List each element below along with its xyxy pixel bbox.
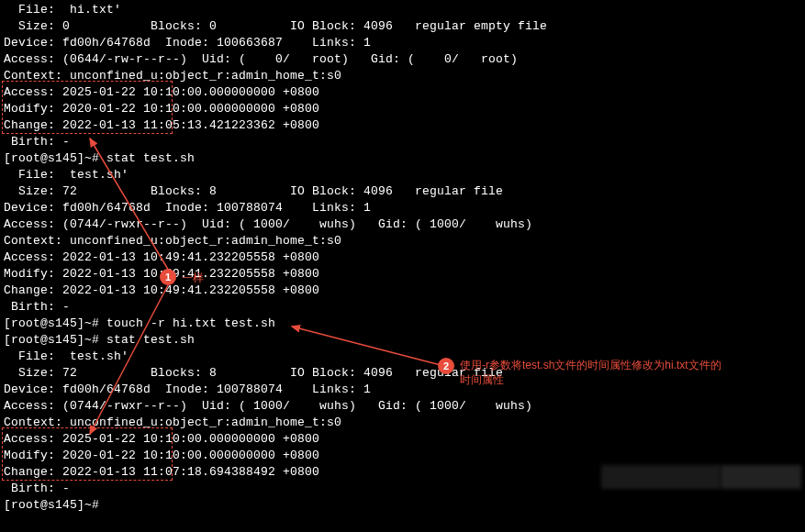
- line-30: [root@s145]~#: [4, 497, 801, 514]
- line-25: Context: unconfined_u:object_r:admin_hom…: [4, 415, 801, 431]
- line-0: File: hi.txt': [4, 2, 801, 18]
- line-19: [root@s145]~# touch -r hi.txt test.sh: [4, 316, 801, 332]
- terminal-output: File: hi.txt' Size: 0 Blocks: 0 IO Block…: [4, 2, 801, 514]
- line-8: Birth: -: [4, 134, 801, 150]
- line-20: [root@s145]~# stat test.sh: [4, 332, 801, 349]
- line-7: Change: 2022-01-13 11:05:13.421223362 +0…: [4, 117, 801, 134]
- line-9: [root@s145]~# stat test.sh: [4, 150, 801, 167]
- line-5: Access: 2025-01-22 10:10:00.000000000 +0…: [4, 84, 801, 101]
- line-16: Modify: 2022-01-13 10:49:41.232205558 +0…: [4, 266, 801, 283]
- line-27: Modify: 2020-01-22 10:10:00.000000000 +0…: [4, 448, 801, 464]
- line-1: Size: 0 Blocks: 0 IO Block: 4096 regular…: [4, 18, 801, 35]
- line-17: Change: 2022-01-13 10:49:41.232205558 +0…: [4, 283, 801, 299]
- line-24: Access: (0744/-rwxr--r--) Uid: ( 1000/ w…: [4, 398, 801, 415]
- line-26: Access: 2025-01-22 10:10:00.000000000 +0…: [4, 431, 801, 448]
- annotation-number-2: 2: [443, 358, 449, 374]
- blur-region-1: [601, 465, 721, 489]
- annotation-marker-1: 1: [160, 269, 176, 285]
- line-3: Access: (0644/-rw-r--r--) Uid: ( 0/ root…: [4, 51, 801, 68]
- line-15: Access: 2022-01-13 10:49:41.232205558 +0…: [4, 249, 801, 266]
- line-14: Context: unconfined_u:object_r:admin_hom…: [4, 233, 801, 249]
- line-12: Device: fd00h/64768d Inode: 100788074 Li…: [4, 200, 801, 216]
- line-10: File: test.sh': [4, 167, 801, 183]
- line-18: Birth: -: [4, 299, 801, 316]
- line-11: Size: 72 Blocks: 8 IO Block: 4096 regula…: [4, 183, 801, 200]
- line-4: Context: unconfined_u:object_r:admin_hom…: [4, 68, 801, 84]
- annotation-label-2: 使用-r参数将test.sh文件的时间属性修改为hi.txt文件的 时间属性: [460, 358, 721, 387]
- line-2: Device: fd00h/64768d Inode: 100663687 Li…: [4, 35, 801, 51]
- annotation-marker-2: 2: [438, 358, 454, 374]
- blur-region-2: [721, 465, 801, 489]
- annotation-text-2-line1: 使用-r参数将test.sh文件的时间属性修改为hi.txt文件的: [460, 359, 721, 371]
- annotation-number-1: 1: [165, 269, 171, 285]
- line-13: Access: (0744/-rwxr--r--) Uid: ( 1000/ w…: [4, 216, 801, 233]
- annotation-text-2-line2: 时间属性: [460, 373, 504, 386]
- line-6: Modify: 2020-01-22 10:10:00.000000000 +0…: [4, 101, 801, 117]
- annotation-callout-2: 2 使用-r参数将test.sh文件的时间属性修改为hi.txt文件的 时间属性: [438, 358, 721, 387]
- annotation-label-1: 一样: [182, 270, 204, 286]
